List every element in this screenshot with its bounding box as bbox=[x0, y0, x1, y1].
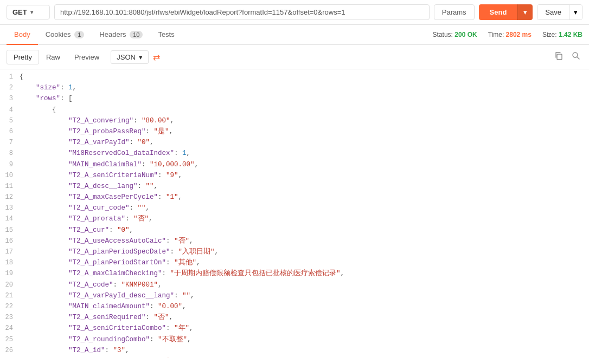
line-content: "M18ReservedCol_dataIndex": 1, bbox=[20, 148, 589, 159]
table-row: 6 "T2_A_probaPassReq": "是", bbox=[0, 126, 589, 137]
format-label: JSON bbox=[117, 53, 136, 61]
tab-body[interactable]: Body bbox=[7, 25, 38, 45]
line-number: 2 bbox=[0, 82, 20, 93]
table-row: 26 "T2_A_id": "3", bbox=[0, 345, 589, 356]
line-content: "MAIN_claimedAmount": "0.00", bbox=[20, 301, 589, 312]
status-bar: Status: 200 OK Time: 2802 ms Size: 1.42 … bbox=[433, 31, 582, 38]
table-row: 3 "rows": [ bbox=[0, 93, 589, 104]
line-number: 4 bbox=[0, 105, 20, 115]
time-label: Time: 2802 ms bbox=[488, 31, 532, 38]
params-button[interactable]: Params bbox=[434, 4, 475, 20]
line-content: "T2_A_useAccessAutoCalc": "否", bbox=[20, 236, 589, 246]
copy-icon[interactable] bbox=[552, 49, 565, 64]
sub-tabs-bar: Pretty Raw Preview JSON ▾ ⇄ bbox=[0, 45, 589, 69]
table-row: 11 "T2_A_desc__lang": "", bbox=[0, 181, 589, 192]
line-content: { bbox=[20, 72, 589, 82]
line-number: 22 bbox=[0, 301, 20, 312]
line-content: "T2_A_seniCriteriaCombo": "年", bbox=[20, 323, 589, 334]
line-content: "T2_A_planPeriodStartOn": "其他", bbox=[20, 257, 589, 268]
table-row: 24 "T2_A_seniCriteriaCombo": "年", bbox=[0, 323, 589, 334]
wrap-icon[interactable]: ⇄ bbox=[153, 52, 160, 62]
line-content: "T2_A_planPeriodSpecDate": "入职日期", bbox=[20, 246, 589, 257]
tab-cookies[interactable]: Cookies 1 bbox=[38, 25, 92, 45]
line-content: "size": 1, bbox=[20, 82, 589, 93]
line-content: "T2_A_code": "KNMP001", bbox=[20, 280, 589, 290]
line-number: 24 bbox=[0, 323, 20, 334]
line-number: 9 bbox=[0, 159, 20, 170]
send-button[interactable]: Send bbox=[479, 4, 518, 20]
line-number: 23 bbox=[0, 312, 20, 323]
line-content: "T2_A_id": "3", bbox=[20, 345, 589, 356]
table-row: 1{ bbox=[0, 72, 589, 82]
line-number: 3 bbox=[0, 93, 20, 104]
save-dropdown-button[interactable]: ▾ bbox=[569, 5, 582, 20]
line-content: "T2_A_seniCriteriaNum": "9", bbox=[20, 170, 589, 181]
table-row: 4 { bbox=[0, 105, 589, 115]
tab-headers[interactable]: Headers 10 bbox=[92, 25, 150, 45]
table-row: 23 "T2_A_seniRequired": "否", bbox=[0, 312, 589, 323]
toolbar-right bbox=[552, 49, 582, 64]
subtab-raw[interactable]: Raw bbox=[39, 50, 67, 64]
line-number: 19 bbox=[0, 268, 20, 279]
code-area[interactable]: 1{2 "size": 1,3 "rows": [4 {5 "T2_A_conv… bbox=[0, 69, 589, 358]
table-row: 9 "MAIN_medClaimBal": "10,000.00", bbox=[0, 159, 589, 170]
line-number: 11 bbox=[0, 181, 20, 192]
line-number: 21 bbox=[0, 290, 20, 301]
table-row: 21 "T2_A_varPayId_desc__lang": "", bbox=[0, 290, 589, 301]
save-dropdown-icon: ▾ bbox=[574, 8, 578, 16]
line-number: 13 bbox=[0, 203, 20, 213]
line-number: 20 bbox=[0, 280, 20, 290]
format-select[interactable]: JSON ▾ bbox=[111, 50, 149, 64]
table-row: 20 "T2_A_code": "KNMP001", bbox=[0, 280, 589, 290]
table-row: 22 "MAIN_claimedAmount": "0.00", bbox=[0, 301, 589, 312]
search-icon[interactable] bbox=[569, 49, 582, 64]
time-value: 2802 ms bbox=[506, 31, 532, 38]
line-number: 16 bbox=[0, 236, 20, 246]
line-content: "T2_A_convering": "80.00", bbox=[20, 115, 589, 126]
save-button[interactable]: Save bbox=[537, 5, 569, 20]
line-content: "T2_A_probaPassReq": "是", bbox=[20, 126, 589, 137]
line-number: 5 bbox=[0, 115, 20, 126]
top-bar: GET ▾ Params Send ▾ Save ▾ bbox=[0, 0, 589, 25]
table-row: 16 "T2_A_useAccessAutoCalc": "否", bbox=[0, 236, 589, 246]
line-number: 27 bbox=[0, 356, 20, 358]
save-button-group: Save ▾ bbox=[537, 4, 582, 20]
format-chevron-icon: ▾ bbox=[139, 53, 143, 61]
size-value: 1.42 KB bbox=[559, 31, 582, 38]
line-content: "T2_A_planPeriodUnit": "年", bbox=[20, 356, 589, 358]
size-label: Size: 1.42 KB bbox=[542, 31, 582, 38]
table-row: 2 "size": 1, bbox=[0, 82, 589, 93]
table-row: 8 "M18ReservedCol_dataIndex": 1, bbox=[0, 148, 589, 159]
subtab-preview[interactable]: Preview bbox=[67, 50, 106, 64]
line-number: 8 bbox=[0, 148, 20, 159]
table-row: 15 "T2_A_cur": "0", bbox=[0, 225, 589, 236]
method-chevron-icon: ▾ bbox=[30, 9, 33, 15]
svg-line-2 bbox=[577, 57, 579, 59]
line-content: "T2_A_desc__lang": "", bbox=[20, 181, 589, 192]
send-dropdown-button[interactable]: ▾ bbox=[517, 4, 533, 20]
line-number: 6 bbox=[0, 126, 20, 137]
status-value: 200 OK bbox=[454, 31, 477, 38]
line-content: "T2_A_cur": "0", bbox=[20, 225, 589, 236]
line-number: 12 bbox=[0, 192, 20, 203]
line-content: "T2_A_prorata": "否", bbox=[20, 213, 589, 224]
table-row: 12 "T2_A_maxCasePerCycle": "1", bbox=[0, 192, 589, 203]
line-content: "T2_A_cur_code": "", bbox=[20, 203, 589, 213]
table-row: 18 "T2_A_planPeriodStartOn": "其他", bbox=[0, 257, 589, 268]
tabs-bar: Body Cookies 1 Headers 10 Tests Status: … bbox=[0, 25, 589, 45]
table-row: 19 "T2_A_maxClaimChecking": "于周期内赔偿限额检查只… bbox=[0, 268, 589, 279]
subtab-pretty[interactable]: Pretty bbox=[7, 50, 39, 64]
table-row: 13 "T2_A_cur_code": "", bbox=[0, 203, 589, 213]
line-content: "T2_A_seniRequired": "否", bbox=[20, 312, 589, 323]
method-label: GET bbox=[12, 8, 27, 16]
tab-tests[interactable]: Tests bbox=[150, 25, 182, 45]
send-button-group: Send ▾ bbox=[479, 4, 533, 20]
line-content: "T2_A_varPayId": "0", bbox=[20, 137, 589, 148]
line-number: 10 bbox=[0, 170, 20, 181]
line-content: "MAIN_medClaimBal": "10,000.00", bbox=[20, 159, 589, 170]
line-content: "T2_A_maxCasePerCycle": "1", bbox=[20, 192, 589, 203]
method-select[interactable]: GET ▾ bbox=[7, 5, 50, 20]
line-number: 14 bbox=[0, 213, 20, 224]
line-number: 26 bbox=[0, 345, 20, 356]
url-input[interactable] bbox=[54, 4, 430, 20]
